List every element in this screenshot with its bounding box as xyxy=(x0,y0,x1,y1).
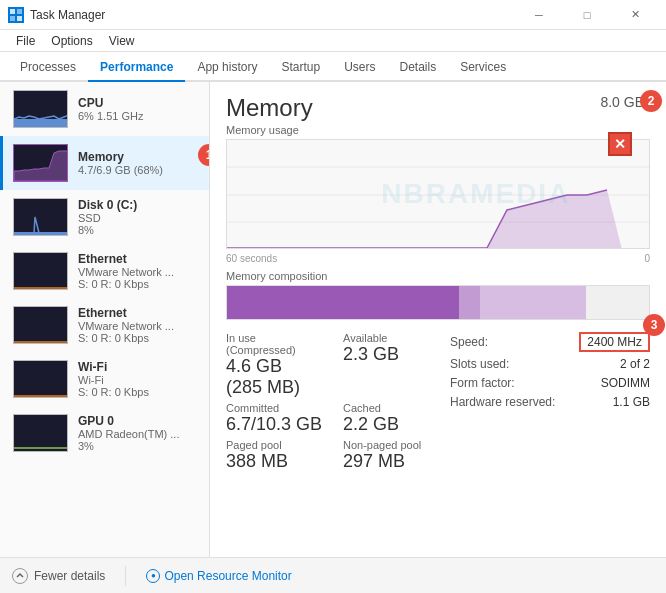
ethernet2-info: Ethernet VMware Network ... S: 0 R: 0 Kb… xyxy=(78,306,199,344)
cpu-info: CPU 6% 1.51 GHz xyxy=(78,96,199,122)
sidebar-item-cpu[interactable]: CPU 6% 1.51 GHz xyxy=(0,82,209,136)
graph-time-labels: 60 seconds 0 xyxy=(226,253,650,264)
gpu-info: GPU 0 AMD Radeon(TM) ... 3% xyxy=(78,414,199,452)
graph-time-end: 0 xyxy=(644,253,650,264)
annotation-2: 2 xyxy=(640,90,662,112)
app-icon xyxy=(8,7,24,23)
total-memory-value: 8.0 GB xyxy=(600,94,644,110)
gpu-graph xyxy=(13,414,68,452)
resource-monitor-icon: ● xyxy=(146,569,160,583)
svg-rect-0 xyxy=(10,9,15,14)
sidebar-item-ethernet1[interactable]: Ethernet VMware Network ... S: 0 R: 0 Kb… xyxy=(0,244,209,298)
annotation-1: 1 xyxy=(198,144,210,166)
open-resource-monitor-link[interactable]: ● Open Resource Monitor xyxy=(146,569,291,583)
hardware-reserved-label: Hardware reserved: xyxy=(450,395,555,409)
memory-usage-graph: NBRAMEDIA xyxy=(226,139,650,249)
memory-graph-svg xyxy=(227,140,649,249)
in-use-label: In use (Compressed) xyxy=(226,332,323,356)
close-button[interactable]: ✕ xyxy=(612,5,658,25)
disk-title: Disk 0 (C:) xyxy=(78,198,199,212)
menu-options[interactable]: Options xyxy=(43,32,100,50)
minimize-button[interactable]: ─ xyxy=(516,5,562,25)
tab-startup[interactable]: Startup xyxy=(269,54,332,82)
disk-info: Disk 0 (C:) SSD 8% xyxy=(78,198,199,236)
svg-rect-1 xyxy=(17,9,22,14)
comp-standby xyxy=(480,286,586,319)
stat-non-paged-pool: Non-paged pool 297 MB xyxy=(343,439,440,472)
memory-usage-graph-wrapper: NBRAMEDIA 60 seconds 0 xyxy=(226,139,650,264)
left-stats: In use (Compressed) 4.6 GB (285 MB) Avai… xyxy=(226,332,440,472)
committed-label: Committed xyxy=(226,402,323,414)
in-use-value: 4.6 GB (285 MB) xyxy=(226,356,323,398)
sidebar-item-disk0[interactable]: Disk 0 (C:) SSD 8% xyxy=(0,190,209,244)
memory-subtitle: 4.7/6.9 GB (68%) xyxy=(78,164,199,176)
annotation-3: 3 xyxy=(643,314,665,336)
paged-pool-value: 388 MB xyxy=(226,451,323,472)
stat-available: Available 2.3 GB xyxy=(343,332,440,398)
cpu-graph xyxy=(13,90,68,128)
tab-details[interactable]: Details xyxy=(387,54,448,82)
tab-services[interactable]: Services xyxy=(448,54,518,82)
ethernet1-subtitle2: S: 0 R: 0 Kbps xyxy=(78,278,199,290)
disk-subtitle1: SSD xyxy=(78,212,199,224)
slots-used-label: Slots used: xyxy=(450,357,509,371)
title-bar-controls: ─ □ ✕ xyxy=(516,5,658,25)
svg-marker-4 xyxy=(14,151,68,181)
ethernet1-title: Ethernet xyxy=(78,252,199,266)
tab-app-history[interactable]: App history xyxy=(185,54,269,82)
x-close-button[interactable]: ✕ xyxy=(608,132,632,156)
tab-bar: Processes Performance App history Startu… xyxy=(0,52,666,82)
comp-in-use xyxy=(227,286,459,319)
separator xyxy=(125,566,126,586)
form-factor-label: Form factor: xyxy=(450,376,515,390)
stat-in-use: In use (Compressed) 4.6 GB (285 MB) xyxy=(226,332,323,398)
fewer-details-button[interactable]: Fewer details xyxy=(12,568,105,584)
memory-usage-label: Memory usage xyxy=(226,124,650,136)
wifi-subtitle2: S: 0 R: 0 Kbps xyxy=(78,386,199,398)
sidebar-item-wifi[interactable]: Wi-Fi Wi-Fi S: 0 R: 0 Kbps xyxy=(0,352,209,406)
cpu-title: CPU xyxy=(78,96,199,110)
disk-subtitle2: 8% xyxy=(78,224,199,236)
open-resource-monitor-label: Open Resource Monitor xyxy=(164,569,291,583)
sidebar-item-memory[interactable]: Memory 4.7/6.9 GB (68%) 1 xyxy=(0,136,209,190)
menu-bar: File Options View xyxy=(0,30,666,52)
disk-graph xyxy=(13,198,68,236)
content-area: Memory 8.0 GB ✕ 2 Memory usage xyxy=(210,82,666,557)
hardware-reserved-value: 1.1 GB xyxy=(613,395,650,409)
maximize-button[interactable]: □ xyxy=(564,5,610,25)
svg-rect-2 xyxy=(10,16,15,21)
available-value: 2.3 GB xyxy=(343,344,440,365)
ethernet2-graph xyxy=(13,306,68,344)
composition-bar xyxy=(226,285,650,320)
non-paged-pool-value: 297 MB xyxy=(343,451,440,472)
right-detail-stats: Speed: 2400 MHz 3 Slots used: 2 of 2 For… xyxy=(450,332,650,472)
gpu-subtitle2: 3% xyxy=(78,440,199,452)
tab-performance[interactable]: Performance xyxy=(88,54,185,82)
tab-users[interactable]: Users xyxy=(332,54,387,82)
ethernet1-info: Ethernet VMware Network ... S: 0 R: 0 Kb… xyxy=(78,252,199,290)
wifi-title: Wi-Fi xyxy=(78,360,199,374)
cpu-subtitle: 6% 1.51 GHz xyxy=(78,110,199,122)
main-layout: CPU 6% 1.51 GHz Memory 4.7/6.9 GB (68%) … xyxy=(0,82,666,557)
sidebar-item-gpu0[interactable]: GPU 0 AMD Radeon(TM) ... 3% xyxy=(0,406,209,460)
fewer-details-label: Fewer details xyxy=(34,569,105,583)
sidebar-item-ethernet2[interactable]: Ethernet VMware Network ... S: 0 R: 0 Kb… xyxy=(0,298,209,352)
wifi-subtitle1: Wi-Fi xyxy=(78,374,199,386)
committed-value: 6.7/10.3 GB xyxy=(226,414,323,435)
menu-view[interactable]: View xyxy=(101,32,143,50)
bottom-bar: Fewer details ● Open Resource Monitor xyxy=(0,557,666,593)
menu-file[interactable]: File xyxy=(8,32,43,50)
cached-value: 2.2 GB xyxy=(343,414,440,435)
sidebar: CPU 6% 1.51 GHz Memory 4.7/6.9 GB (68%) … xyxy=(0,82,210,557)
ethernet2-title: Ethernet xyxy=(78,306,199,320)
stat-paged-pool: Paged pool 388 MB xyxy=(226,439,323,472)
ethernet2-subtitle2: S: 0 R: 0 Kbps xyxy=(78,332,199,344)
title-bar-left: Task Manager xyxy=(8,7,105,23)
content-title: Memory xyxy=(226,94,313,122)
comp-modified xyxy=(459,286,480,319)
graph-time-start: 60 seconds xyxy=(226,253,277,264)
cached-label: Cached xyxy=(343,402,440,414)
tab-processes[interactable]: Processes xyxy=(8,54,88,82)
title-bar: Task Manager ─ □ ✕ xyxy=(0,0,666,30)
gpu-subtitle1: AMD Radeon(TM) ... xyxy=(78,428,199,440)
